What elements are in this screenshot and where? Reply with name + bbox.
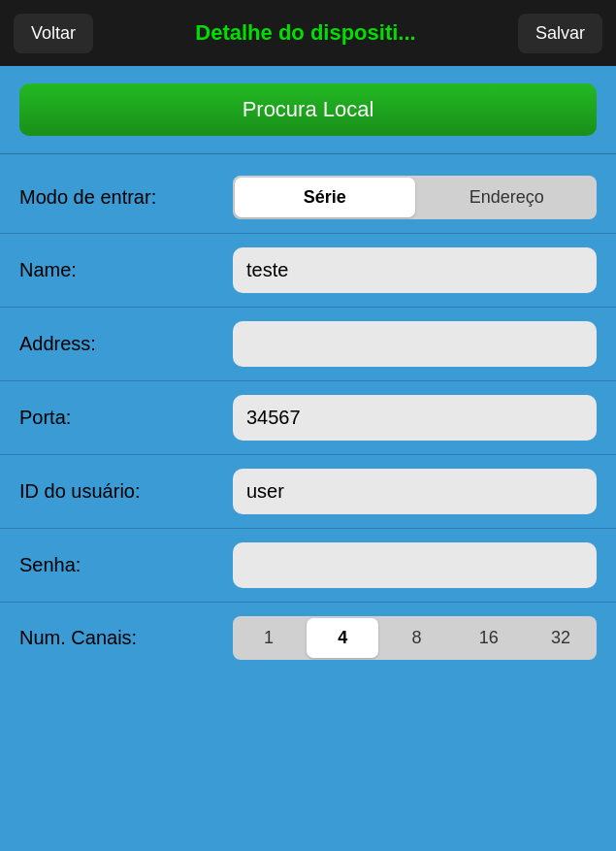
name-input[interactable] bbox=[233, 247, 597, 293]
canais-8-button[interactable]: 8 bbox=[380, 616, 452, 660]
canais-label: Num. Canais: bbox=[19, 627, 233, 649]
save-button[interactable]: Salvar bbox=[518, 14, 602, 53]
local-search-button[interactable]: Procura Local bbox=[19, 83, 597, 136]
id-label: ID do usuário: bbox=[19, 480, 233, 503]
modo-segmented: Série Endereço bbox=[233, 176, 597, 219]
name-row: Name: bbox=[0, 234, 616, 308]
address-row: Address: bbox=[0, 308, 616, 381]
senha-input[interactable] bbox=[233, 542, 597, 588]
modo-serie-button[interactable]: Série bbox=[235, 178, 415, 217]
address-input[interactable] bbox=[233, 321, 597, 367]
porta-input[interactable] bbox=[233, 395, 597, 441]
canais-4-button[interactable]: 4 bbox=[307, 618, 378, 658]
porta-row: Porta: bbox=[0, 381, 616, 455]
canais-32-button[interactable]: 32 bbox=[525, 616, 597, 660]
canais-1-button[interactable]: 1 bbox=[233, 616, 305, 660]
back-button[interactable]: Voltar bbox=[14, 14, 93, 53]
modo-label: Modo de entrar: bbox=[19, 186, 233, 209]
header: Voltar Detalhe do dispositi... Salvar bbox=[0, 0, 616, 66]
modo-row: Modo de entrar: Série Endereço bbox=[0, 162, 616, 234]
canais-segmented: 1 4 8 16 32 bbox=[233, 616, 597, 660]
senha-label: Senha: bbox=[19, 554, 233, 576]
modo-endereco-button[interactable]: Endereço bbox=[417, 176, 598, 219]
address-label: Address: bbox=[19, 333, 233, 355]
canais-row: Num. Canais: 1 4 8 16 32 bbox=[0, 603, 616, 673]
senha-row: Senha: bbox=[0, 529, 616, 603]
id-row: ID do usuário: bbox=[0, 455, 616, 529]
canais-16-button[interactable]: 16 bbox=[453, 616, 525, 660]
id-input[interactable] bbox=[233, 469, 597, 514]
porta-label: Porta: bbox=[19, 407, 233, 429]
local-search-section: Procura Local bbox=[0, 66, 616, 146]
header-title: Detalhe do dispositi... bbox=[93, 20, 518, 46]
name-label: Name: bbox=[19, 259, 233, 281]
divider-1 bbox=[0, 153, 616, 154]
form-section: Modo de entrar: Série Endereço Name: Add… bbox=[0, 162, 616, 673]
